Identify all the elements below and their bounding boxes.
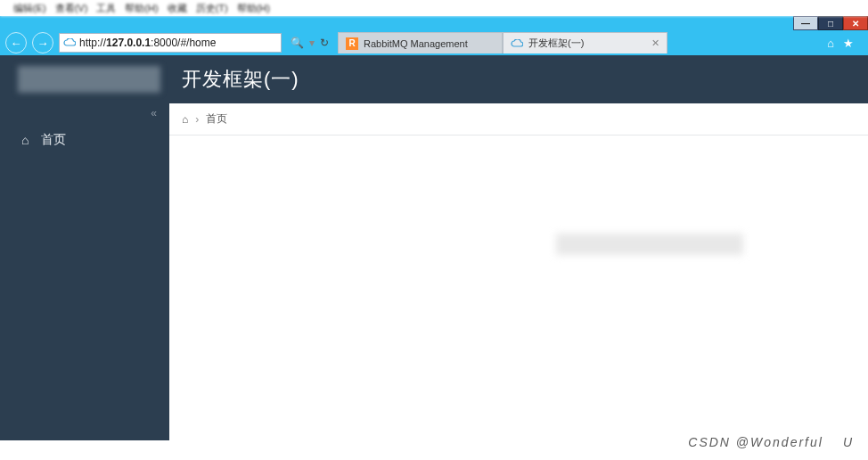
tab-devframework[interactable]: 开发框架(一) ✕	[503, 32, 667, 53]
content-area: ⌂ › 首页	[169, 103, 868, 440]
browser-tabs: R RabbitMQ Management 开发框架(一) ✕	[338, 32, 667, 53]
menu-item[interactable]: 帮助(H)	[125, 2, 158, 15]
breadcrumb: ⌂ › 首页	[169, 103, 868, 136]
favorite-icon[interactable]: ★	[843, 37, 854, 50]
forward-button[interactable]: →	[32, 32, 53, 53]
sidebar-collapse[interactable]: «	[0, 103, 169, 123]
breadcrumb-current: 首页	[206, 111, 227, 127]
sidebar: « ⌂ 首页	[0, 103, 169, 440]
address-bar[interactable]: http://127.0.0.1:8000/#/home	[59, 33, 282, 53]
tab-label: 开发框架(一)	[528, 37, 584, 50]
app-logo	[18, 66, 160, 93]
cloud-icon	[63, 38, 76, 47]
app-header: 开发框架(一)	[0, 55, 868, 103]
menu-item[interactable]: 历史(T)	[196, 2, 228, 15]
content-placeholder	[556, 234, 743, 255]
home-icon[interactable]: ⌂	[182, 113, 188, 126]
page-title: 开发框架(一)	[182, 66, 299, 93]
home-icon: ⌂	[21, 133, 29, 147]
close-button[interactable]: ✕	[843, 16, 868, 30]
menu-item[interactable]: 收藏	[168, 2, 187, 15]
chevron-left-icon: «	[151, 107, 157, 119]
tab-label: RabbitMQ Management	[364, 38, 468, 49]
tab-close-icon[interactable]: ✕	[651, 37, 659, 49]
search-icon[interactable]: 🔍	[291, 37, 304, 49]
back-button[interactable]: ←	[5, 32, 27, 53]
sidebar-item-label: 首页	[41, 132, 66, 148]
browser-toolbar: ← → http://127.0.0.1:8000/#/home 🔍 ▾ ↻ R…	[0, 30, 868, 55]
refresh-button[interactable]: ↻	[320, 37, 329, 49]
minimize-button[interactable]: —	[793, 16, 818, 30]
window-titlebar: — □ ✕	[0, 16, 868, 30]
os-menubar: 编辑(E) 查看(V) 工具 帮助(H) 收藏 历史(T) 帮助(H)	[0, 0, 868, 16]
tab-rabbitmq[interactable]: R RabbitMQ Management	[338, 32, 503, 53]
app-root: 开发框架(一) « ⌂ 首页 ⌂ › 首页	[0, 55, 868, 440]
breadcrumb-separator: ›	[195, 113, 199, 126]
menu-item[interactable]: 工具	[96, 2, 116, 15]
menu-item[interactable]: 查看(V)	[55, 2, 88, 15]
cloud-icon	[511, 39, 523, 48]
home-icon[interactable]: ⌂	[827, 37, 834, 50]
menu-item[interactable]: 编辑(E)	[13, 2, 46, 15]
url-text: http://127.0.0.1:8000/#/home	[79, 37, 277, 49]
sidebar-item-home[interactable]: ⌂ 首页	[0, 123, 169, 157]
app-body: « ⌂ 首页 ⌂ › 首页	[0, 103, 868, 440]
dropdown-icon[interactable]: ▾	[309, 37, 315, 49]
content-body	[169, 136, 868, 440]
watermark: CSDN @WonderfulU	[688, 435, 854, 449]
menu-item[interactable]: 帮助(H)	[237, 2, 270, 15]
refresh-group: 🔍 ▾ ↻	[291, 37, 329, 49]
maximize-button[interactable]: □	[818, 16, 843, 30]
toolbar-right: ⌂ ★	[827, 37, 863, 50]
rabbitmq-icon: R	[346, 37, 358, 50]
